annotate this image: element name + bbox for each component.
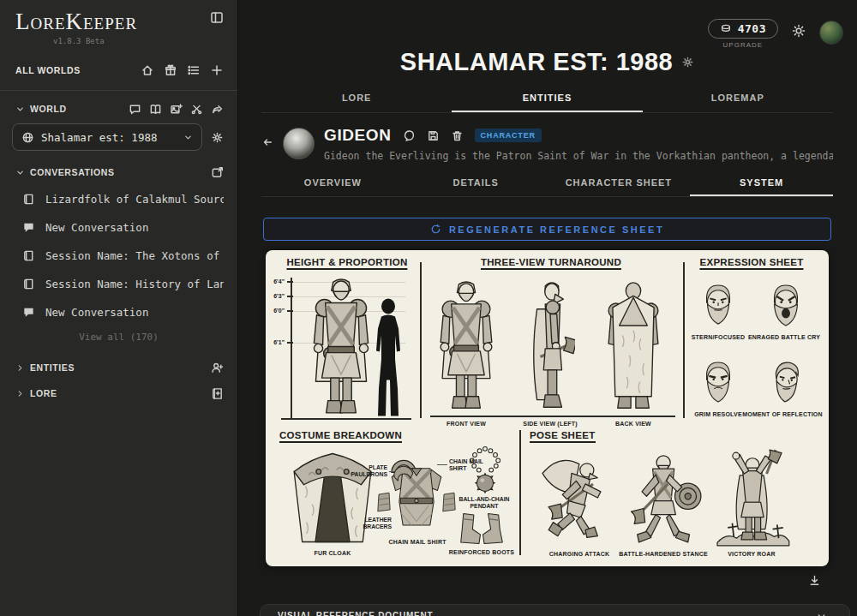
- height-marker: 6'1": [269, 339, 285, 345]
- expression-label: ENRAGED BATTLE CRY: [748, 334, 820, 340]
- chevron-right-icon: [15, 389, 25, 398]
- chain-mail-shirt-art: [386, 452, 447, 538]
- book-icon: [22, 193, 35, 206]
- chat-bubble-icon: [22, 306, 35, 319]
- upgrade-label[interactable]: UPGRADE: [708, 41, 778, 49]
- costume-label: BALL-AND-CHAIN PENDANT: [452, 496, 517, 511]
- user-avatar[interactable]: [819, 21, 843, 45]
- expression-face-enraged: [765, 283, 806, 329]
- pose-charging-art: [536, 447, 621, 548]
- expression-section-title: EXPRESSION SHEET: [699, 257, 803, 270]
- entity-header: GIDEON CHARACTER Gideon the Everliving i…: [261, 126, 833, 167]
- front-view-figure: [437, 281, 495, 413]
- boots-art: [455, 510, 508, 547]
- pose-label: BATTLE-HARDENED STANCE: [619, 551, 708, 557]
- subtab-system[interactable]: SYSTEM: [690, 173, 833, 196]
- globe-icon: [21, 131, 34, 144]
- document-panel-title: VISUAL REFERENCE DOCUMENT: [278, 611, 434, 616]
- sidebar-item-lore[interactable]: LORE: [0, 380, 237, 406]
- lorekeeper-app: LoreKeeper v1.8.3 Beta ALL WORLDS WORLD: [0, 0, 857, 616]
- costume-label: PLATE PAULDRONS: [348, 464, 387, 479]
- view-label: FRONT VIEW: [446, 421, 486, 427]
- chevron-down-icon: [183, 133, 193, 142]
- main-content: 4703 UPGRADE SHALAMAR EST: 1988 LORE ENT…: [237, 0, 857, 616]
- gift-icon[interactable]: [164, 63, 177, 77]
- app-version: v1.8.3 Beta: [53, 37, 137, 45]
- sidebar: LoreKeeper v1.8.3 Beta ALL WORLDS WORLD: [0, 0, 238, 616]
- theme-toggle-icon[interactable]: [792, 24, 806, 38]
- add-world-icon[interactable]: [210, 63, 224, 77]
- world-section-toggle[interactable]: WORLD: [15, 104, 67, 114]
- list-icon[interactable]: [187, 63, 201, 77]
- entity-avatar[interactable]: [283, 128, 315, 159]
- trash-icon[interactable]: [451, 129, 464, 142]
- all-worlds-label: ALL WORLDS: [15, 65, 81, 75]
- book-icon: [22, 278, 35, 290]
- save-icon[interactable]: [427, 129, 440, 142]
- chevron-down-icon: [816, 611, 827, 616]
- share-icon[interactable]: [211, 103, 224, 116]
- height-warrior-figure: [310, 278, 372, 418]
- expression-face-stern: [698, 283, 739, 329]
- conversation-item[interactable]: Session Name: History of Land…: [0, 270, 237, 298]
- book-open-icon[interactable]: [149, 103, 162, 116]
- back-arrow-icon[interactable]: [261, 136, 273, 148]
- download-icon[interactable]: [808, 574, 821, 587]
- image-plus-icon[interactable]: [170, 103, 183, 116]
- view-all-link[interactable]: View all (170): [0, 332, 237, 343]
- collapse-sidebar-icon[interactable]: [210, 10, 224, 24]
- pose-section-title: POSE SHEET: [530, 430, 596, 443]
- reference-sheet-image: HEIGHT & PROPORTION 6'4" 6'3" 6'0" 6'1" …: [266, 250, 829, 566]
- chevron-right-icon: [15, 363, 25, 373]
- conversations-section-toggle[interactable]: CONVERSATIONS: [15, 167, 115, 177]
- regenerate-icon: [430, 224, 441, 235]
- divider: [0, 90, 237, 91]
- costume-label: LEATHER BRACERS: [349, 517, 392, 531]
- height-marker: 6'3": [269, 293, 285, 299]
- view-label: BACK VIEW: [615, 421, 651, 427]
- fur-cloak-art: [279, 447, 386, 548]
- chat-square-icon[interactable]: [129, 103, 141, 116]
- subtab-character-sheet[interactable]: CHARACTER SHEET: [548, 173, 691, 196]
- home-icon[interactable]: [141, 63, 154, 77]
- comment-icon[interactable]: [403, 129, 416, 142]
- subtab-details[interactable]: DETAILS: [405, 173, 548, 196]
- expression-face-grim: [698, 360, 739, 406]
- app-logo[interactable]: LoreKeeper: [15, 10, 137, 33]
- bracer-art: [376, 490, 392, 514]
- entity-type-badge[interactable]: CHARACTER: [475, 129, 542, 142]
- chevron-down-icon: [15, 168, 25, 177]
- new-conversation-icon[interactable]: [211, 166, 224, 179]
- chevron-down-icon: [15, 105, 25, 114]
- height-silhouette-figure: [369, 297, 407, 418]
- world-selector[interactable]: Shalamar est: 1988: [12, 123, 202, 151]
- height-marker: 6'0": [269, 308, 285, 314]
- regenerate-reference-sheet-button[interactable]: REGENERATE REFERENCE SHEET: [263, 218, 831, 241]
- conversation-item[interactable]: Session Name: The Xotons of S…: [0, 242, 237, 270]
- tab-loremap[interactable]: LOREMAP: [643, 87, 833, 112]
- conversation-item[interactable]: New Conversation: [0, 298, 237, 326]
- conversation-item[interactable]: Lizardfolk of Calakmul Source…: [0, 185, 237, 213]
- turnaround-section-title: THREE-VIEW TURNAROUND: [481, 257, 621, 270]
- view-label: SIDE VIEW (LEFT): [523, 421, 577, 427]
- scissors-icon[interactable]: [190, 103, 203, 116]
- world-settings-icon[interactable]: [211, 131, 224, 144]
- sidebar-item-entities[interactable]: ENTITIES: [0, 355, 237, 380]
- conversation-list: Lizardfolk of Calakmul Source… New Conve…: [0, 185, 237, 326]
- person-plus-icon[interactable]: [211, 362, 224, 374]
- world-title-settings-icon[interactable]: [681, 56, 694, 69]
- pose-stance-art: [621, 447, 707, 548]
- expression-label: STERN/FOCUSED: [692, 334, 746, 340]
- conversation-item[interactable]: New Conversation: [0, 213, 237, 242]
- visual-reference-document-panel[interactable]: VISUAL REFERENCE DOCUMENT: [260, 604, 850, 616]
- expression-label: MOMENT OF REFLECTION: [742, 411, 822, 417]
- subtab-overview[interactable]: OVERVIEW: [261, 173, 405, 196]
- credits-pill[interactable]: 4703: [708, 19, 778, 39]
- credits-count: 4703: [738, 22, 766, 35]
- coins-icon: [720, 23, 732, 35]
- entity-subtabs: OVERVIEW DETAILS CHARACTER SHEET SYSTEM: [261, 173, 833, 197]
- chat-bubble-icon: [22, 221, 35, 234]
- tab-entities[interactable]: ENTITIES: [452, 87, 642, 112]
- tab-lore[interactable]: LORE: [261, 87, 452, 112]
- book-plus-icon[interactable]: [211, 387, 224, 400]
